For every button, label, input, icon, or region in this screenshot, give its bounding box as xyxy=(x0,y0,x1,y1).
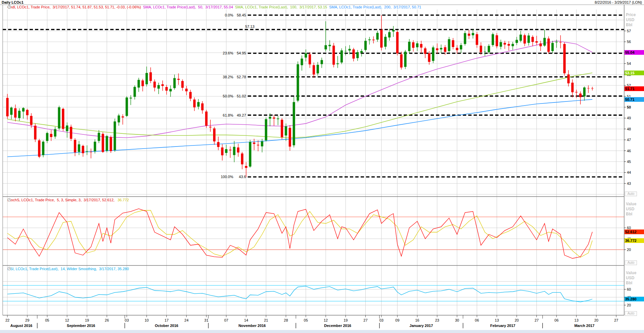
candle-body xyxy=(74,140,76,152)
candle-body xyxy=(360,51,363,53)
candle-body xyxy=(480,46,482,52)
candle-body xyxy=(257,145,259,145)
time-tick-label: 10 xyxy=(145,318,149,322)
candle-body xyxy=(484,51,486,52)
month-label: March 2017 xyxy=(574,324,595,328)
candle-body xyxy=(575,92,577,93)
candle-body xyxy=(217,142,219,147)
price-tick-label: 43 xyxy=(627,181,631,185)
candle-body xyxy=(472,33,474,35)
candle-body xyxy=(42,142,44,155)
candle-body xyxy=(488,46,490,52)
rsi-tick-label: 20 xyxy=(627,303,631,307)
month-label: August 2016 xyxy=(10,324,32,328)
candle-body xyxy=(499,42,502,47)
candle-body xyxy=(221,148,224,155)
price-tick-label: 57 xyxy=(627,29,631,33)
candle-body xyxy=(169,89,172,92)
candle-body xyxy=(340,50,343,63)
time-tick-label: 27 xyxy=(614,318,618,322)
chart-canvas[interactable]: 0.0%58.4557.1323.6%54.9538.2%52.7850.0%5… xyxy=(0,0,644,333)
time-axis-auto-button[interactable]: Auto xyxy=(625,311,637,316)
candle-body xyxy=(516,40,518,43)
month-label: November 2016 xyxy=(238,324,266,328)
candle-body xyxy=(400,54,402,68)
price-tick-label: 50 xyxy=(627,105,631,109)
legend-candle-label: Cndl, LCOc1, Trade Price, 3/17/2017, 51.… xyxy=(7,5,141,9)
title-bar: Daily LCOc1 8/22/2016 - 3/29/2017 (LON) xyxy=(0,0,644,5)
candle-body xyxy=(321,60,323,64)
time-tick-label: 09 xyxy=(395,318,399,322)
price-tick-label: 54 xyxy=(627,61,631,66)
candle-body xyxy=(50,134,52,137)
legend-sma50[interactable]: SMA, LCOc1, Trade Price(Last), 50, 3/17/… xyxy=(143,5,233,9)
price-tick-label: 48 xyxy=(627,127,631,131)
candle-body xyxy=(364,41,367,50)
candle-body xyxy=(205,112,207,126)
candle-body xyxy=(14,108,16,118)
candle-body xyxy=(153,82,156,88)
candle-body xyxy=(508,44,510,46)
fib-pct-label: 100.0% xyxy=(221,175,234,179)
rsi-pane-legend[interactable]: RSI, LCOc1, Trade Price(Last), 14, Wilde… xyxy=(7,267,129,271)
candle-body xyxy=(535,41,538,43)
candle-body xyxy=(388,32,391,38)
candle-body xyxy=(404,52,406,67)
candle-body xyxy=(34,126,36,139)
stoch-pane-legend[interactable]: StochS, LCOc1, Trade Price, 5, 3, Simple… xyxy=(7,198,129,202)
stoch-axis-auto-button[interactable]: Auto xyxy=(625,260,637,265)
candle-body xyxy=(245,166,247,168)
legend-sma200[interactable]: SMA, LCOc1, Trade Price(Last), 200, 3/17… xyxy=(329,5,421,9)
time-tick-label: 19 xyxy=(344,318,348,322)
time-tick-label: 06 xyxy=(555,318,559,322)
candle-body xyxy=(392,30,395,32)
legend-sma100-label: SMA, LCOc1, Trade Price(Last), 100, 3/17… xyxy=(235,5,327,9)
candle-body xyxy=(452,40,454,47)
sma200-badge: 50.71 xyxy=(625,97,644,102)
candle-body xyxy=(70,127,72,139)
time-tick-label: 12 xyxy=(65,318,69,322)
candle-body xyxy=(356,52,359,58)
time-tick-label: 03 xyxy=(125,318,129,322)
candle-body xyxy=(305,53,307,58)
candle-body xyxy=(157,85,160,89)
legend-sma200-label: SMA, LCOc1, Trade Price(Last), 200, 3/17… xyxy=(329,5,421,9)
candle-body xyxy=(150,72,152,81)
candle-body xyxy=(129,98,132,98)
candle-body xyxy=(579,93,581,97)
fib-pct-label: 50.0% xyxy=(223,94,233,98)
candle-body xyxy=(523,35,526,44)
price-tick-label: 46 xyxy=(627,149,631,153)
month-label: October 2016 xyxy=(155,324,178,328)
candle-body xyxy=(78,144,80,152)
legend-candle[interactable]: Cndl, LCOc1, Trade Price, 3/17/2017, 51.… xyxy=(7,5,141,9)
candle-body xyxy=(177,79,180,80)
legend-stoch-label: StochS, LCOc1, Trade Price, 5, 3, Simple… xyxy=(7,198,116,202)
legend-sma100[interactable]: SMA, LCOc1, Trade Price(Last), 100, 3/17… xyxy=(235,5,327,9)
candle-body xyxy=(301,58,303,65)
candle-body xyxy=(531,37,534,42)
candle-body xyxy=(309,54,311,65)
candle-body xyxy=(142,81,144,86)
candle-body xyxy=(10,108,12,115)
candle-body xyxy=(249,142,251,166)
time-tick-label: 13 xyxy=(574,318,578,322)
candle-body xyxy=(460,45,462,49)
candle-body xyxy=(253,142,255,144)
timestamp-icon xyxy=(7,267,11,270)
stoch-d-badge: 36.772 xyxy=(625,238,644,243)
timestamp-icon xyxy=(7,5,11,9)
candle-body xyxy=(201,103,204,111)
candle-body xyxy=(448,39,450,51)
time-tick-label: 26 xyxy=(105,318,109,322)
candle-body xyxy=(173,78,176,88)
price-axis-auto-button[interactable]: Auto xyxy=(625,192,637,196)
fib-value-label: 58.45 xyxy=(237,13,246,17)
candle-body xyxy=(492,34,494,45)
time-tick-label: 19 xyxy=(85,318,89,322)
candle-body xyxy=(444,47,446,52)
candle-body xyxy=(432,47,434,61)
time-tick-label: 07 xyxy=(224,318,228,322)
candle-body xyxy=(133,87,136,97)
candle-body xyxy=(504,43,506,45)
